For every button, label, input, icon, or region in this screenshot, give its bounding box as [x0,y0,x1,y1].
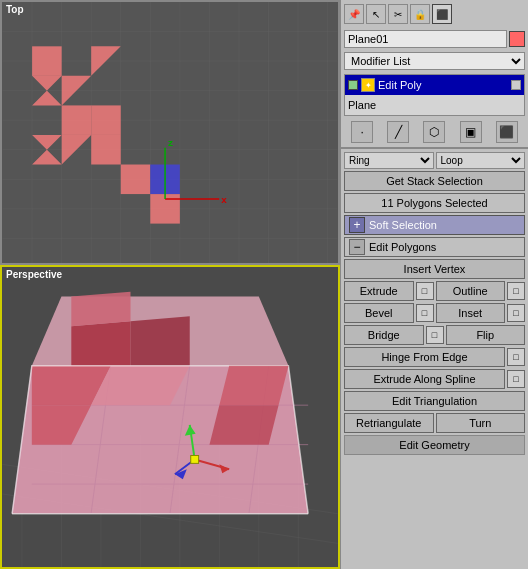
svg-marker-25 [62,105,92,135]
display-icon[interactable]: ⬛ [432,4,452,24]
hinge-settings-button[interactable]: □ [507,348,525,366]
viewport-area: x z Top [0,0,340,569]
bridge-settings-button[interactable]: □ [426,326,444,344]
subobj-poly-icon[interactable]: ▣ [460,121,482,143]
hinge-from-edge-button[interactable]: Hinge From Edge [344,347,505,367]
modifier-name-plane: Plane [348,99,376,111]
inset-settings-button[interactable]: □ [507,304,525,322]
svg-marker-28 [91,135,121,165]
modifier-icon: ✦ [361,78,375,92]
top-viewport-svg: x z [2,2,338,263]
viewport-bottom-label: Perspective [6,269,62,280]
toolbar-row: 📌 ↖ ✂ 🔒 ⬛ [341,0,528,28]
name-field-row [341,28,528,50]
turn-button[interactable]: Turn [436,413,526,433]
extrude-along-spline-button[interactable]: Extrude Along Spline [344,369,505,389]
edit-geometry-section[interactable]: Edit Geometry [344,435,525,455]
svg-marker-61 [71,292,130,327]
svg-marker-29 [121,165,151,195]
scissors-icon[interactable]: ✂ [388,4,408,24]
svg-marker-20 [32,46,62,76]
svg-marker-71 [209,405,278,444]
edit-triangulation-button[interactable]: Edit Triangulation [344,391,525,411]
viewport-top[interactable]: x z Top [0,0,340,265]
object-color-swatch[interactable] [509,31,525,47]
svg-marker-24 [91,105,121,135]
edit-polygons-label: Edit Polygons [369,241,436,253]
svg-marker-60 [131,316,190,365]
bridge-button[interactable]: Bridge [344,325,424,345]
outline-button[interactable]: Outline [436,281,506,301]
modifier-stack: ✦ Edit Poly Plane [344,74,525,116]
svg-text:z: z [168,137,173,148]
separator-1 [341,147,528,149]
viewport-top-label: Top [6,4,24,15]
soft-selection-expand-button[interactable]: + [349,217,365,233]
cursor-icon[interactable]: ↖ [366,4,386,24]
main-container: x z Top [0,0,528,569]
loop-dropdown[interactable]: Loop [436,152,526,169]
edit-geometry-label: Edit Geometry [399,439,469,451]
polygons-selected-label: 11 Polygons Selected [344,193,525,213]
outline-settings-button[interactable]: □ [507,282,525,300]
modifier-active-indicator [348,80,358,90]
bridge-flip-row: Bridge □ Flip [344,325,525,345]
get-stack-selection-button[interactable]: Get Stack Selection [344,171,525,191]
bevel-button[interactable]: Bevel [344,303,414,323]
soft-selection-label: Soft Selection [369,219,437,231]
extrude-settings-button[interactable]: □ [416,282,434,300]
subobj-border-icon[interactable]: ⬡ [423,121,445,143]
bevel-inset-row: Bevel □ Inset □ [344,303,525,323]
edit-polygons-row[interactable]: − Edit Polygons [344,237,525,257]
viewport-bottom[interactable]: Perspective [0,265,340,569]
svg-marker-59 [71,321,130,365]
subobj-element-icon[interactable]: ⬛ [496,121,518,143]
modifier-color-swatch [511,80,521,90]
ring-dropdown[interactable]: Ring [344,152,434,169]
svg-rect-0 [3,2,338,263]
retriangulate-button[interactable]: Retriangulate [344,413,434,433]
insert-vertex-button[interactable]: Insert Vertex [344,259,525,279]
svg-rect-69 [191,455,199,463]
extrude-button[interactable]: Extrude [344,281,414,301]
ring-loop-row: Ring Loop [341,150,528,170]
subobj-edge-icon[interactable]: ╱ [387,121,409,143]
hinge-from-edge-row: Hinge From Edge □ [344,347,525,367]
bevel-settings-button[interactable]: □ [416,304,434,322]
modifier-stack-item-plane[interactable]: Plane [345,95,524,115]
subpanel-icons: · ╱ ⬡ ▣ ⬛ [341,118,528,146]
modifier-list-dropdown[interactable]: Modifier List [344,52,525,70]
svg-text:x: x [221,194,227,205]
flip-button[interactable]: Flip [446,325,526,345]
pin-icon[interactable]: 📌 [344,4,364,24]
lock-icon[interactable]: 🔒 [410,4,430,24]
modifier-row: Modifier List [341,50,528,72]
object-name-input[interactable] [344,30,507,48]
extrude-spline-settings-button[interactable]: □ [507,370,525,388]
modifier-stack-item-edit-poly[interactable]: ✦ Edit Poly [345,75,524,95]
modifier-name-edit-poly: Edit Poly [378,79,421,91]
edit-polygons-collapse-button[interactable]: − [349,239,365,255]
retriangulate-turn-row: Retriangulate Turn [344,413,525,433]
extrude-outline-row: Extrude □ Outline □ [344,281,525,301]
soft-selection-row[interactable]: + Soft Selection [344,215,525,235]
svg-marker-70 [219,366,288,405]
extrude-along-spline-row: Extrude Along Spline □ [344,369,525,389]
subobj-vertex-icon[interactable]: · [351,121,373,143]
right-panel: 📌 ↖ ✂ 🔒 ⬛ Modifier List ✦ Edit Poly [340,0,528,569]
perspective-viewport-svg [2,267,338,567]
inset-button[interactable]: Inset [436,303,506,323]
